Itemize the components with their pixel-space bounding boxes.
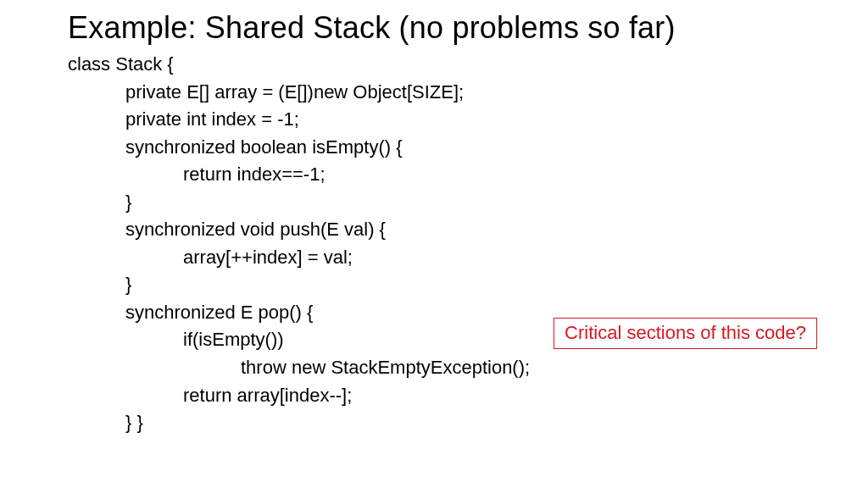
code-line: } } bbox=[68, 409, 868, 437]
code-line: synchronized void push(E val) { bbox=[68, 216, 868, 244]
code-line: return array[index--]; bbox=[68, 382, 868, 410]
code-line: class Stack { bbox=[68, 51, 868, 79]
code-line: private int index = -1; bbox=[68, 106, 868, 134]
callout-box: Critical sections of this code? bbox=[554, 318, 817, 349]
code-line: } bbox=[68, 189, 868, 217]
code-line: } bbox=[68, 271, 868, 299]
slide-title: Example: Shared Stack (no problems so fa… bbox=[68, 10, 868, 46]
code-line: synchronized boolean isEmpty() { bbox=[68, 134, 868, 162]
code-line: array[++index] = val; bbox=[68, 244, 868, 272]
slide: Example: Shared Stack (no problems so fa… bbox=[0, 0, 868, 488]
code-line: throw new StackEmptyException(); bbox=[68, 354, 868, 382]
code-line: return index==-1; bbox=[68, 161, 868, 189]
code-line: private E[] array = (E[])new Object[SIZE… bbox=[68, 79, 868, 107]
code-block: class Stack { private E[] array = (E[])n… bbox=[68, 51, 868, 437]
